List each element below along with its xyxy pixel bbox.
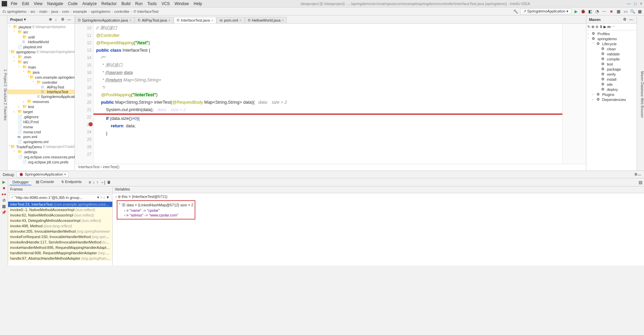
tree-until[interactable]: 📁until bbox=[7, 34, 75, 40]
tree-.gitignore[interactable]: 📄.gitignore bbox=[7, 114, 75, 119]
tree-HELP.md[interactable]: 📄HELP.md bbox=[7, 119, 75, 124]
tree-springdemo.iml[interactable]: 📄springdemo.iml bbox=[7, 139, 75, 144]
var-adress-entry[interactable]: › ≡ "adress" -> "www.cpolar.com" bbox=[119, 213, 193, 217]
tree-mvnw[interactable]: 📄mvnw bbox=[7, 124, 75, 129]
layout2-icon[interactable]: ▭ bbox=[623, 9, 628, 14]
menu-window[interactable]: Window bbox=[172, 1, 191, 7]
tab-InterfaceTest.java[interactable]: ©InterfaceTest.java× bbox=[174, 17, 216, 23]
right-tool-stripe[interactable]: Maven Database Web Browser bbox=[637, 16, 644, 171]
tree-org.eclipse.core.resources.prefs[interactable]: 📄org.eclipse.core.resources.prefs bbox=[7, 154, 75, 159]
endpoints-tab[interactable]: ↯ Endpoints bbox=[58, 179, 84, 185]
tree-AliPayTest[interactable]: ©AliPayTest bbox=[7, 85, 75, 89]
tree-java[interactable]: ˅📁java bbox=[7, 70, 75, 75]
menu-analyze[interactable]: Analyze bbox=[80, 1, 99, 7]
expand-icon[interactable]: ↕ bbox=[55, 18, 60, 22]
maven-hide-icon[interactable]: — bbox=[629, 18, 634, 22]
tree-org.eclipse.jdt.core.prefs[interactable]: 📄org.eclipse.jdt.core.prefs bbox=[7, 159, 75, 164]
frame-item[interactable]: interTest:23, InterfaceTest (com.example… bbox=[8, 202, 112, 207]
frame-item[interactable]: handle:87, AbstractHandlerMethodAdapter … bbox=[8, 256, 112, 261]
hide-icon[interactable]: — bbox=[67, 18, 72, 22]
frame-item[interactable]: handleInternal:808, RequestMappingHandle… bbox=[8, 250, 112, 256]
debug-gear-icon[interactable]: ⚙ bbox=[634, 172, 638, 177]
crumb-springdemo[interactable]: springdemo bbox=[90, 9, 111, 14]
tree-pom.xml[interactable]: mpom.xml bbox=[7, 134, 75, 139]
maven-compile[interactable]: ⚙compile bbox=[586, 56, 637, 61]
tree-playtest.iml[interactable]: 📄playtest.iml bbox=[7, 44, 75, 49]
maximize-button[interactable]: □ bbox=[634, 1, 637, 6]
tree-controller[interactable]: ˅📁controller bbox=[7, 80, 75, 85]
frame-item[interactable]: invoke:43, DelegatingMethodAccessorImpl … bbox=[8, 218, 112, 223]
var-data[interactable]: ˅ ⓟ data = {LinkedHashMap@5712} size = 2 bbox=[119, 202, 193, 208]
maven-gear-icon[interactable]: ⚙ bbox=[623, 17, 628, 22]
tab-pom.xml[interactable]: mpom.xml× bbox=[217, 17, 245, 23]
menu-run[interactable]: Run bbox=[133, 1, 145, 7]
thread-selector[interactable]: ✓ "http-nio-8080-exec-1"@5,305 in group.… bbox=[9, 194, 111, 201]
frame-item[interactable]: invoke0:-1, NativeMethodAccessorImpl (su… bbox=[8, 207, 112, 212]
tree-playtest[interactable]: ˅📁playtestE:\ideaproject\playtest bbox=[7, 24, 75, 29]
step-out-icon[interactable]: ↑ bbox=[96, 180, 99, 185]
layout-icon[interactable]: ▦ bbox=[2, 204, 6, 209]
tree-HellowWorld[interactable]: ©HellowWorld bbox=[7, 40, 75, 44]
maven-Plugins[interactable]: ›⚙Plugins bbox=[586, 92, 637, 97]
crumb-example[interactable]: example bbox=[72, 9, 88, 14]
tree-SpringdemoApplication[interactable]: ©SpringdemoApplication bbox=[7, 94, 75, 99]
maven-Lifecycle[interactable]: ˅⚙Lifecycle bbox=[586, 41, 637, 46]
crumb-controller[interactable]: controller bbox=[114, 9, 130, 14]
code-editor[interactable]: // 测试接口@Controller@RequestMapping("/test… bbox=[93, 24, 562, 164]
tree-springdemo[interactable]: ˅📁springdemoE:\ideaproject\springdemo bbox=[7, 49, 75, 54]
var-name-entry[interactable]: › ≡ "name" -> "cpolar" bbox=[119, 208, 193, 213]
menu-vcs[interactable]: VCS bbox=[160, 1, 172, 7]
select-target-icon[interactable]: ⊕ bbox=[49, 17, 54, 22]
menu-refactor[interactable]: Refactor bbox=[100, 1, 119, 7]
frame-item[interactable]: invoke:498, Method (java.lang.reflect) bbox=[8, 223, 112, 229]
frame-item[interactable]: invokeForRequest:150, InvocableHandlerMe… bbox=[8, 234, 112, 239]
crumb-com[interactable]: com bbox=[61, 9, 70, 14]
debug-hide-icon[interactable]: — bbox=[638, 173, 641, 177]
crumb-main[interactable]: main bbox=[39, 9, 48, 14]
resume-icon[interactable]: ▶ bbox=[2, 180, 5, 184]
breakpoints-icon[interactable]: ●● bbox=[1, 192, 6, 197]
layout1-icon[interactable]: ▦ bbox=[616, 9, 621, 14]
maven-deploy[interactable]: ⚙deploy bbox=[586, 87, 637, 92]
pin-icon[interactable]: 📌 bbox=[1, 210, 6, 215]
run-cursor-icon[interactable]: →| bbox=[100, 180, 105, 185]
tree-src[interactable]: ˅📁src bbox=[7, 29, 75, 34]
tree-TradePayDemo[interactable]: ˅📁TradePayDemoE:\ideaproject\TradePay bbox=[7, 144, 75, 149]
maven-verify[interactable]: ⚙verify bbox=[586, 72, 637, 77]
profile-button[interactable]: ◔ bbox=[594, 9, 600, 14]
evaluate-icon[interactable]: 🖩 bbox=[107, 180, 111, 185]
maven-install[interactable]: ⚙install bbox=[586, 77, 637, 82]
run-button[interactable]: ▶ bbox=[573, 9, 579, 14]
tab-HellowWorld.java[interactable]: ©HellowWorld.java× bbox=[245, 17, 287, 23]
crumb-springdemo[interactable]: 🗀 springdemo bbox=[2, 9, 27, 14]
close-button[interactable]: × bbox=[640, 1, 642, 6]
debug-button[interactable]: 🐞 bbox=[580, 9, 586, 14]
tree-.settings[interactable]: ˅📁.settings bbox=[7, 149, 75, 154]
tree-src[interactable]: ˅📁src bbox=[7, 59, 75, 65]
tree-resources[interactable]: ›📁resources bbox=[7, 99, 75, 104]
tree-InterfaceTest[interactable]: ©InterfaceTest bbox=[7, 89, 75, 94]
attach-button[interactable]: ⋯ bbox=[601, 9, 607, 14]
maven-springdemo[interactable]: ˅⚙springdemo bbox=[586, 36, 637, 41]
tree-test[interactable]: ›📁test bbox=[7, 104, 75, 109]
maven-site[interactable]: ⚙site bbox=[586, 82, 637, 87]
maven-toolbar[interactable]: ↻ ⊕ ⊖ ⬇ ▶ m ⋯ bbox=[586, 24, 637, 30]
crumb-java[interactable]: java bbox=[51, 9, 59, 14]
tree-target[interactable]: ›📁target bbox=[7, 109, 75, 114]
editor-gutter[interactable]: 1011121314151617181920212223⬤24252627 bbox=[75, 24, 93, 164]
tree-mvnw.cmd[interactable]: 📄mvnw.cmd bbox=[7, 129, 75, 134]
coverage-button[interactable]: ◧ bbox=[587, 9, 593, 14]
frame-item[interactable]: doInvoke:205, InvocableHandlerMethod (or… bbox=[8, 229, 112, 234]
frame-item[interactable]: invokeAndHandle:117, ServletInvocableHan… bbox=[8, 239, 112, 245]
debugger-tab[interactable]: Debugger bbox=[10, 179, 31, 185]
debug-app-tab[interactable]: 🐞 SpringdemoApplication × bbox=[17, 172, 68, 177]
menu-view[interactable]: View bbox=[32, 1, 45, 7]
run-config-select[interactable]: ↗ SpringdemoApplication ▾ bbox=[520, 8, 571, 14]
debug-right1-icon[interactable]: ▤ bbox=[639, 180, 642, 185]
editor-breadcrumb[interactable]: InterfaceTest › interTest() bbox=[75, 164, 586, 171]
maven-test[interactable]: ⚙test bbox=[586, 61, 637, 67]
maven-Profiles[interactable]: ›⚙Profiles bbox=[586, 31, 637, 36]
maven-validate[interactable]: ⚙validate bbox=[586, 51, 637, 56]
settings-icon[interactable]: ▦ bbox=[637, 9, 642, 14]
menu-file[interactable]: File bbox=[9, 1, 19, 7]
